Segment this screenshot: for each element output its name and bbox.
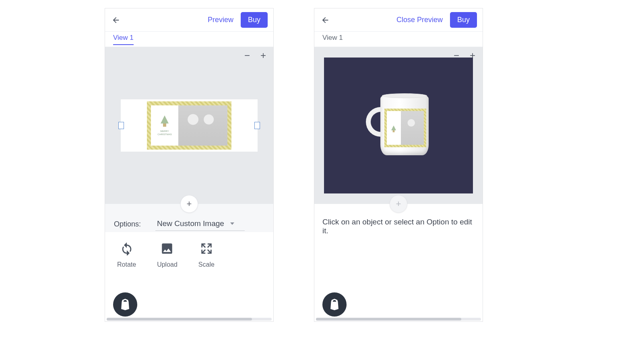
design-artboard[interactable]: MERRY CHRISTMAS xyxy=(121,99,258,152)
view-tabs: View 1 xyxy=(105,32,273,47)
resize-handle-left[interactable] xyxy=(118,122,124,129)
upload-tool[interactable]: Upload xyxy=(157,242,178,268)
resize-handle-right[interactable] xyxy=(254,122,260,129)
mug-body xyxy=(380,95,429,155)
shopify-badge[interactable] xyxy=(113,292,137,317)
arrow-left-icon xyxy=(111,16,120,25)
tree-icon xyxy=(161,115,169,123)
buy-button[interactable]: Buy xyxy=(450,12,477,28)
mug-3d-stage[interactable] xyxy=(324,58,473,193)
image-icon xyxy=(160,242,174,255)
tree-icon xyxy=(391,125,396,130)
close-preview-link[interactable]: Close Preview xyxy=(396,16,443,24)
add-element-button: + xyxy=(390,195,407,213)
preview-link[interactable]: Preview xyxy=(208,16,233,24)
header: Preview Buy xyxy=(105,8,273,32)
scrollbar-thumb[interactable] xyxy=(316,318,461,321)
back-button[interactable] xyxy=(320,15,330,25)
scrollbar-thumb[interactable] xyxy=(107,318,252,321)
caption-line2: CHRISTMAS xyxy=(157,133,171,136)
zoom-controls: − + xyxy=(243,51,268,60)
design-canvas[interactable]: − + MERRY CHRISTMAS + xyxy=(105,47,273,204)
mug-wrap-design xyxy=(384,109,426,147)
zoom-out-button[interactable]: − xyxy=(243,51,252,60)
editor-panel: Preview Buy View 1 − + MERRY CHRISTMAS + xyxy=(105,8,274,322)
arrow-left-icon xyxy=(321,16,330,25)
scale-icon xyxy=(200,242,213,255)
horizontal-scrollbar[interactable] xyxy=(316,318,481,321)
chevron-down-icon xyxy=(230,222,234,225)
rotate-label: Rotate xyxy=(117,261,136,268)
mug-rim xyxy=(382,93,427,98)
design-photo[interactable] xyxy=(178,105,227,146)
options-label: Options: xyxy=(114,220,141,228)
scale-label: Scale xyxy=(198,261,215,268)
horizontal-scrollbar[interactable] xyxy=(107,318,272,321)
mug-model[interactable] xyxy=(368,93,429,158)
design-frame[interactable]: MERRY CHRISTMAS xyxy=(147,101,231,150)
shopify-bag-icon xyxy=(328,298,341,311)
view-tabs: View 1 xyxy=(314,32,483,47)
options-select[interactable]: New Custom Image xyxy=(155,218,245,231)
upload-label: Upload xyxy=(157,261,178,268)
hint-text: Click on an object or select an Option t… xyxy=(322,218,475,235)
add-element-button[interactable]: + xyxy=(180,195,198,213)
rotate-tool[interactable]: Rotate xyxy=(117,242,136,268)
header: Close Preview Buy xyxy=(314,8,483,32)
options-selected-value: New Custom Image xyxy=(157,219,224,228)
tab-view-1[interactable]: View 1 xyxy=(113,34,134,45)
preview-panel: Close Preview Buy View 1 − + + xyxy=(314,8,483,322)
caption-line1: MERRY xyxy=(160,130,169,132)
mug-photo xyxy=(401,111,424,145)
rotate-icon xyxy=(120,242,134,255)
tool-row: Rotate Upload Scale xyxy=(105,232,273,271)
shopify-badge[interactable] xyxy=(322,292,347,317)
shopify-bag-icon xyxy=(118,298,132,311)
design-caption: MERRY CHRISTMAS xyxy=(151,105,178,146)
buy-button[interactable]: Buy xyxy=(241,12,268,28)
tab-view-1[interactable]: View 1 xyxy=(322,34,343,45)
preview-canvas[interactable]: − + + xyxy=(314,47,483,204)
zoom-in-button[interactable]: + xyxy=(259,51,268,60)
scale-tool[interactable]: Scale xyxy=(198,242,215,268)
back-button[interactable] xyxy=(111,15,121,25)
